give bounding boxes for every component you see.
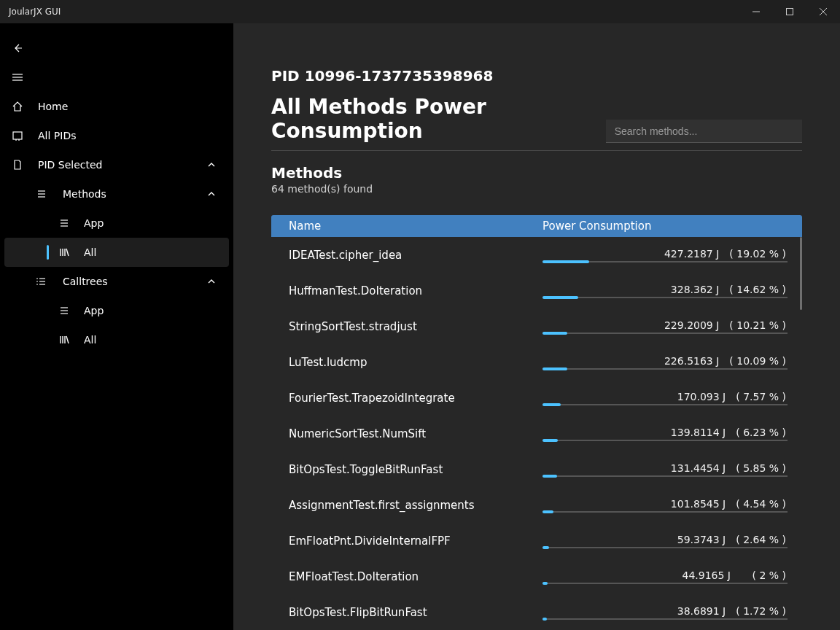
joules-value: 229.2009 J — [664, 319, 719, 331]
table-row[interactable]: EmFloatPnt.DivideInternalFPF 59.3743 J (… — [271, 523, 802, 559]
joules-value: 101.8545 J — [671, 498, 726, 510]
method-name: NumericSortTest.NumSift — [289, 427, 542, 440]
home-icon — [12, 101, 23, 112]
window-title: JoularJX GUI — [9, 7, 61, 17]
nav-methods[interactable]: Methods — [0, 179, 233, 209]
methods-count: 64 method(s) found — [271, 183, 802, 195]
percent-value: ( 14.62 % ) — [729, 284, 786, 295]
main-content: PID 10996-1737735398968 All Methods Powe… — [233, 23, 840, 630]
nav-pid-selected-label: PID Selected — [38, 159, 103, 171]
scrollbar-thumb[interactable] — [800, 237, 802, 310]
method-power: 131.4454 J ( 5.85 % ) — [542, 462, 802, 477]
joules-value: 59.3743 J — [677, 534, 726, 545]
power-bar-bg — [542, 332, 788, 334]
minimize-button[interactable] — [739, 0, 773, 23]
col-power[interactable]: Power Consumption — [542, 219, 651, 233]
list-icon — [35, 188, 47, 200]
power-bar-fg — [542, 582, 548, 585]
nav-methods-app[interactable]: App — [0, 209, 233, 238]
titlebar: JoularJX GUI — [0, 0, 840, 23]
nav-home[interactable]: Home — [0, 92, 233, 121]
method-name: StringSortTest.stradjust — [289, 320, 542, 333]
method-power: 101.8545 J ( 4.54 % ) — [542, 498, 802, 513]
nav-all-pids-label: All PIDs — [38, 130, 76, 141]
percent-value: ( 7.57 % ) — [736, 391, 786, 402]
table-body[interactable]: IDEATest.cipher_idea 427.2187 J ( 19.02 … — [271, 237, 802, 630]
power-bar-bg — [542, 297, 788, 298]
power-bar-bg — [542, 475, 788, 477]
app-icon — [58, 217, 70, 229]
percent-value: ( 10.09 % ) — [729, 355, 786, 367]
table-row[interactable]: StringSortTest.stradjust 229.2009 J ( 10… — [271, 308, 802, 344]
power-bar-fg — [542, 368, 567, 370]
window-controls — [739, 0, 840, 23]
nav-all-pids[interactable]: All PIDs — [0, 121, 233, 150]
table-row[interactable]: AssignmentTest.first_assignments 101.854… — [271, 487, 802, 523]
library-icon — [58, 246, 70, 258]
nav-calltrees[interactable]: Calltrees — [0, 267, 233, 296]
nav-calltrees-all-label: All — [84, 334, 96, 346]
joules-value: 226.5163 J — [664, 355, 719, 367]
method-name: AssignmentTest.first_assignments — [289, 499, 542, 512]
chevron-up-icon — [206, 188, 217, 200]
table-row[interactable]: EMFloatTest.DoIteration 44.9165 J ( 2 % … — [271, 559, 802, 594]
method-name: EmFloatPnt.DivideInternalFPF — [289, 534, 542, 548]
col-name[interactable]: Name — [289, 219, 542, 233]
methods-table: Name Power Consumption IDEATest.cipher_i… — [271, 215, 802, 630]
back-button[interactable] — [0, 34, 233, 63]
table-row[interactable]: NumericSortTest.NumSift 139.8114 J ( 6.2… — [271, 416, 802, 451]
power-bar-bg — [542, 547, 788, 548]
power-bar-bg — [542, 261, 788, 262]
nav-calltrees-app[interactable]: App — [0, 296, 233, 325]
nav-calltrees-app-label: App — [84, 305, 104, 316]
joules-value: 170.093 J — [677, 391, 726, 402]
nav-calltrees-label: Calltrees — [63, 276, 108, 287]
power-bar-bg — [542, 583, 788, 584]
power-bar-bg — [542, 511, 788, 513]
table-row[interactable]: HuffmanTest.DoIteration 328.362 J ( 14.6… — [271, 273, 802, 308]
power-bar-fg — [542, 618, 547, 621]
methods-heading: Methods — [271, 164, 802, 182]
percent-value: ( 1.72 % ) — [736, 605, 786, 617]
close-button[interactable] — [806, 0, 840, 23]
power-bar-fg — [542, 510, 553, 513]
method-name: LuTest.ludcmp — [289, 356, 542, 369]
percent-value: ( 19.02 % ) — [729, 248, 786, 260]
method-power: 44.9165 J ( 2 % ) — [542, 569, 802, 584]
table-row[interactable]: BitOpsTest.FlipBitRunFast 38.6891 J ( 1.… — [271, 594, 802, 630]
percent-value: ( 2 % ) — [741, 569, 786, 581]
joules-value: 139.8114 J — [671, 427, 726, 438]
table-row[interactable]: LuTest.ludcmp 226.5163 J ( 10.09 % ) — [271, 344, 802, 380]
tree-icon — [35, 276, 47, 287]
joules-value: 44.9165 J — [682, 569, 731, 581]
percent-value: ( 2.64 % ) — [736, 534, 786, 545]
chevron-up-icon — [206, 159, 217, 171]
page-title: All Methods Power Consumption — [271, 95, 606, 143]
search-input[interactable] — [606, 120, 802, 143]
joules-value: 427.2187 J — [664, 248, 719, 260]
chevron-up-icon — [206, 276, 217, 287]
method-name: HuffmanTest.DoIteration — [289, 284, 542, 298]
method-name: BitOpsTest.ToggleBitRunFast — [289, 463, 542, 476]
power-bar-bg — [542, 440, 788, 441]
table-row[interactable]: BitOpsTest.ToggleBitRunFast 131.4454 J (… — [271, 451, 802, 487]
power-bar-fg — [542, 260, 589, 263]
power-bar-fg — [542, 475, 557, 478]
table-row[interactable]: IDEATest.cipher_idea 427.2187 J ( 19.02 … — [271, 237, 802, 273]
table-row[interactable]: FourierTest.TrapezoidIntegrate 170.093 J… — [271, 380, 802, 416]
power-bar-fg — [542, 296, 578, 299]
nav-methods-all[interactable]: All — [4, 238, 229, 267]
method-power: 328.362 J ( 14.62 % ) — [542, 284, 802, 298]
nav-calltrees-all[interactable]: All — [0, 325, 233, 354]
nav-home-label: Home — [38, 101, 68, 112]
sidebar: Home All PIDs PID Selected Methods — [0, 23, 233, 630]
hamburger-icon — [12, 71, 23, 83]
method-name: FourierTest.TrapezoidIntegrate — [289, 392, 542, 405]
hamburger-button[interactable] — [0, 63, 233, 92]
method-name: EMFloatTest.DoIteration — [289, 570, 542, 583]
nav-pid-selected[interactable]: PID Selected — [0, 150, 233, 179]
method-power: 229.2009 J ( 10.21 % ) — [542, 319, 802, 334]
method-name: IDEATest.cipher_idea — [289, 249, 542, 262]
power-bar-bg — [542, 368, 788, 370]
maximize-button[interactable] — [773, 0, 806, 23]
